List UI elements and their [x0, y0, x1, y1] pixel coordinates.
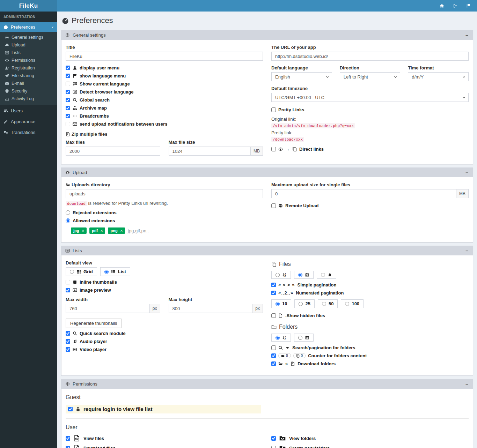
regenerate-thumbnails-button[interactable]: Regenerate thumbnails — [66, 319, 122, 328]
collapse-button[interactable]: − — [465, 170, 469, 175]
checkbox[interactable] — [66, 98, 70, 102]
radio-allowed-extensions[interactable]: Allowed extensions — [66, 218, 263, 223]
option-view-files[interactable]: View files — [66, 435, 263, 442]
sidebar-item-security[interactable]: Security — [0, 87, 57, 95]
sign-out-icon[interactable] — [450, 0, 460, 12]
checkbox[interactable] — [271, 291, 276, 295]
collapse-button[interactable]: − — [465, 248, 469, 253]
default-timezone-select[interactable]: UTC/GMT +00:00 - UTC — [271, 93, 469, 102]
sidebar-item-permissions[interactable]: Permissions — [0, 57, 57, 64]
radio-files-sort-alpha[interactable]: AZ — [271, 271, 291, 279]
option-show-language-menu[interactable]: show language menu — [66, 73, 263, 79]
radio[interactable] — [276, 302, 280, 306]
option-audio-player[interactable]: Audio player — [66, 339, 263, 344]
radio[interactable] — [276, 273, 280, 277]
option-search-pagination-folders[interactable]: Search/pagination for folders — [271, 345, 469, 350]
sidebar-item-users[interactable]: Users — [0, 105, 57, 116]
radio-view-grid[interactable]: Grid — [66, 267, 97, 276]
radio[interactable] — [298, 336, 302, 340]
checkbox[interactable] — [271, 353, 276, 358]
option-counter-folders[interactable]: 0 0 Counter for folders content — [271, 353, 469, 358]
remove-tag-icon[interactable]: × — [120, 229, 123, 233]
option-video-player[interactable]: Video player — [66, 347, 263, 352]
sidebar-item-activity-log[interactable]: Activity Log — [0, 95, 57, 103]
option-view-folders[interactable]: View folders — [271, 435, 469, 442]
radio-view-list[interactable]: List — [100, 267, 130, 276]
direction-select[interactable]: Left to Right — [340, 72, 401, 81]
remove-tag-icon[interactable]: × — [101, 229, 103, 233]
option-quick-search[interactable]: Quick search module — [66, 331, 263, 336]
app-url-input[interactable] — [271, 52, 469, 61]
sidebar-item-email[interactable]: E-mail — [0, 80, 57, 87]
option-detect-browser-language[interactable]: Detect browser language — [66, 89, 263, 95]
radio[interactable] — [66, 218, 70, 223]
checkbox[interactable] — [66, 74, 70, 78]
max-file-size-input[interactable] — [169, 147, 251, 156]
checkbox[interactable] — [271, 147, 276, 151]
checkbox[interactable] — [66, 66, 70, 70]
collapse-button[interactable]: − — [465, 382, 469, 387]
app-logo[interactable]: FileKu — [0, 0, 57, 12]
option-download-folders[interactable]: » Download folders — [271, 361, 469, 366]
option-image-preview[interactable]: Image preview — [66, 288, 263, 293]
option-inline-thumbnails[interactable]: Inline thumbnails — [66, 279, 263, 285]
radio-per-page-10[interactable]: 10 — [271, 299, 291, 308]
radio[interactable] — [276, 336, 280, 340]
checkbox[interactable] — [68, 407, 73, 411]
radio-files-sort-size[interactable] — [317, 271, 336, 279]
checkbox[interactable] — [66, 114, 70, 118]
remove-tag-icon[interactable]: × — [82, 229, 84, 233]
checkbox[interactable] — [66, 288, 70, 292]
option-pretty-links[interactable]: Pretty Links — [271, 107, 469, 112]
option-show-current-language[interactable]: Show current language — [66, 81, 263, 87]
radio-per-page-25[interactable]: 25 — [294, 299, 314, 308]
radio[interactable] — [345, 302, 349, 306]
max-upload-size-input[interactable] — [271, 189, 456, 198]
sidebar-item-lists[interactable]: Lists — [0, 49, 57, 57]
option-global-search[interactable]: Global search — [66, 97, 263, 103]
checkbox[interactable] — [66, 339, 70, 344]
uploads-directory-input[interactable] — [66, 189, 263, 198]
option-archive-map[interactable]: Archive map — [66, 105, 263, 111]
sidebar-item-appearance[interactable]: Appearance — [0, 116, 57, 127]
radio-files-sort-date[interactable] — [294, 271, 314, 279]
sidebar-item-preferences[interactable]: Preferences ‹ — [0, 22, 57, 32]
sidebar-item-general-settings[interactable]: General settings — [0, 33, 57, 41]
checkbox[interactable] — [66, 90, 70, 94]
checkbox[interactable] — [271, 361, 276, 366]
radio[interactable] — [104, 270, 109, 274]
checkbox[interactable] — [66, 82, 70, 86]
checkbox[interactable] — [271, 345, 276, 350]
checkbox[interactable] — [271, 107, 276, 112]
sidebar-item-file-sharing[interactable]: File sharing — [0, 72, 57, 80]
radio[interactable] — [70, 270, 74, 274]
flag-icon[interactable] — [463, 0, 474, 12]
radio[interactable] — [298, 273, 302, 277]
checkbox[interactable] — [66, 122, 70, 126]
max-files-input[interactable] — [66, 147, 160, 156]
checkbox[interactable] — [66, 331, 70, 336]
option-display-user-menu[interactable]: display user menu — [66, 65, 263, 70]
checkbox[interactable] — [66, 436, 70, 441]
sidebar-item-upload[interactable]: Upload — [0, 41, 57, 49]
radio-folders-sort-date[interactable] — [294, 334, 314, 342]
checkbox[interactable] — [66, 347, 70, 352]
collapse-button[interactable]: − — [465, 33, 469, 38]
option-breadcrumbs[interactable]: Breadcrumbs — [66, 113, 263, 119]
radio-per-page-50[interactable]: 50 — [318, 299, 338, 308]
checkbox[interactable] — [271, 283, 276, 287]
time-format-select[interactable]: d/m/Y — [408, 72, 469, 81]
option-remote-upload[interactable]: Remote Upload — [271, 203, 469, 208]
radio-rejected-extensions[interactable]: Rejected extensions — [66, 210, 263, 215]
option-upload-notifications[interactable]: send upload notifications between users — [66, 121, 263, 127]
option-simple-pagination[interactable]: « < > »Simple pagination — [271, 282, 469, 288]
option-show-hidden-files[interactable]: .Show hidden files — [271, 313, 469, 318]
option-numerated-pagination[interactable]: «..2..»Numerated pagination — [271, 290, 469, 296]
default-language-select[interactable]: English — [271, 72, 332, 81]
checkbox[interactable] — [66, 446, 70, 448]
radio[interactable] — [66, 210, 70, 215]
extensions-tag-input[interactable]: jpg× pdf× png× jpg,gif,pn.. — [68, 226, 263, 235]
home-icon[interactable] — [436, 0, 447, 12]
radio[interactable] — [322, 302, 326, 306]
radio[interactable] — [321, 273, 325, 277]
